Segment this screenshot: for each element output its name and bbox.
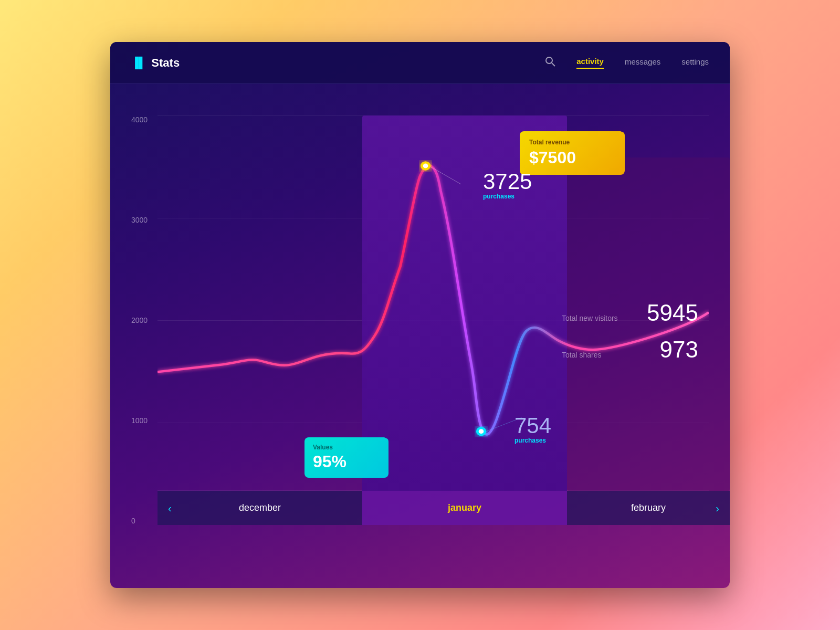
- app-title: Stats: [151, 56, 180, 70]
- header: ▐▌ Stats activity messages settings: [110, 42, 730, 84]
- svg-point-0: [546, 57, 552, 64]
- shares-row: Total shares 973: [562, 337, 698, 363]
- stats-icon: ▐▌: [131, 57, 146, 69]
- visitors-value: 5945: [647, 300, 698, 326]
- shares-label: Total shares: [562, 351, 601, 359]
- y-label-1000: 1000: [131, 416, 148, 425]
- month-february[interactable]: february ›: [567, 491, 730, 525]
- trough-number: 754: [514, 415, 551, 437]
- next-month-button[interactable]: ›: [716, 502, 719, 514]
- visitors-label: Total new visitors: [562, 314, 618, 322]
- visitors-row: Total new visitors 5945: [562, 300, 698, 326]
- main-nav: activity messages settings: [545, 56, 709, 69]
- february-label: february: [631, 502, 666, 513]
- nav-settings[interactable]: settings: [681, 57, 709, 68]
- month-december[interactable]: ‹ december: [158, 491, 362, 525]
- main-content: 4000 3000 2000 1000 0: [110, 84, 730, 588]
- prev-month-button[interactable]: ‹: [168, 502, 172, 514]
- nav-activity[interactable]: activity: [576, 57, 604, 69]
- y-label-3000: 3000: [131, 216, 148, 224]
- revenue-value: $7500: [529, 148, 615, 167]
- y-label-0: 0: [131, 517, 148, 525]
- revenue-card: Total revenue $7500: [520, 131, 625, 175]
- trough-label: purchases: [514, 437, 551, 444]
- logo: ▐▌ Stats: [131, 56, 180, 70]
- trough-dot-inner: [479, 429, 484, 434]
- stats-panel: Total new visitors 5945 Total shares 973: [562, 300, 698, 373]
- month-january[interactable]: january: [362, 491, 567, 525]
- peak-number: 3725: [483, 171, 532, 193]
- search-icon[interactable]: [545, 56, 555, 69]
- shares-value: 973: [660, 337, 698, 363]
- y-label-4000: 4000: [131, 116, 148, 124]
- annotation-trough: 754 purchases: [514, 415, 551, 444]
- december-label: december: [239, 502, 281, 513]
- y-label-2000: 2000: [131, 316, 148, 324]
- app-window: ▐▌ Stats activity messages settings 4000…: [110, 42, 730, 588]
- nav-messages[interactable]: messages: [625, 57, 660, 68]
- svg-line-1: [552, 63, 555, 66]
- svg-line-2: [430, 167, 461, 184]
- y-axis: 4000 3000 2000 1000 0: [131, 116, 148, 525]
- revenue-label: Total revenue: [529, 139, 615, 146]
- peak-label: purchases: [483, 193, 532, 200]
- values-label: Values: [313, 444, 380, 451]
- chart-area: Total revenue $7500 Values 95% 3725 purc…: [158, 116, 709, 525]
- values-value: 95%: [313, 452, 380, 471]
- values-card: Values 95%: [304, 437, 388, 478]
- january-label: january: [448, 502, 481, 513]
- peak-dot-inner: [423, 164, 428, 169]
- annotation-peak: 3725 purchases: [483, 171, 532, 200]
